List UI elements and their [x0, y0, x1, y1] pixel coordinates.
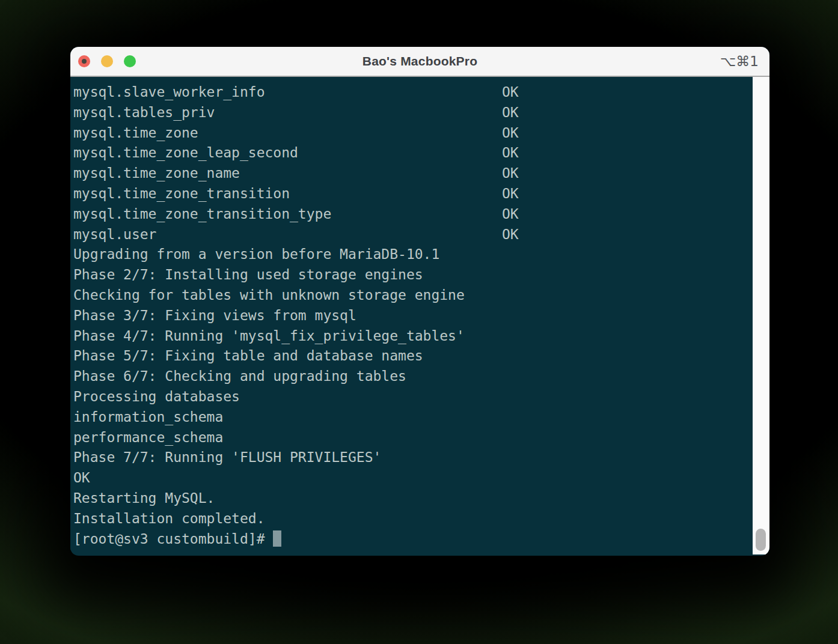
terminal-line: mysql.slave_worker_infoOK	[73, 82, 753, 103]
close-button[interactable]	[78, 55, 90, 67]
terminal-line-text: mysql.tables_priv	[73, 103, 502, 123]
terminal-line-text: OK	[73, 470, 90, 485]
status-ok: OK	[502, 84, 519, 100]
terminal-line: Phase 4/7: Running 'mysql_fix_privilege_…	[73, 326, 753, 347]
status-ok: OK	[502, 125, 519, 141]
terminal-line: mysql.time_zone_transition_typeOK	[73, 204, 753, 225]
terminal-line-text: performance_schema	[73, 430, 223, 445]
terminal-line: Phase 2/7: Installing used storage engin…	[73, 265, 753, 285]
terminal-line: mysql.userOK	[73, 225, 753, 245]
terminal-line: Processing databases	[73, 387, 753, 407]
terminal-line: Phase 7/7: Running 'FLUSH PRIVILEGES'	[73, 448, 753, 468]
close-dot-icon	[82, 59, 87, 64]
status-ok: OK	[502, 226, 519, 242]
terminal-cursor	[273, 530, 281, 547]
terminal-line: Upgrading from a version before MariaDB-…	[73, 245, 753, 265]
terminal-line: Phase 6/7: Checking and upgrading tables	[73, 366, 753, 387]
terminal-line: mysql.time_zone_nameOK	[73, 163, 753, 184]
terminal-line: information_schema	[73, 407, 753, 428]
terminal-line: Phase 5/7: Fixing table and database nam…	[73, 346, 753, 366]
scrollbar-track[interactable]	[753, 77, 769, 554]
terminal-window: Bao's MacbookPro ⌥⌘1 mysql.slave_worker_…	[70, 47, 769, 556]
terminal-line-text: Upgrading from a version before MariaDB-…	[73, 246, 439, 262]
terminal-line-text: Installation completed.	[73, 511, 265, 526]
traffic-lights	[78, 47, 136, 76]
terminal-line-text: Phase 5/7: Fixing table and database nam…	[73, 348, 423, 363]
terminal-line-text: information_schema	[73, 409, 223, 425]
terminal-area: mysql.slave_worker_infoOKmysql.tables_pr…	[70, 77, 769, 554]
status-ok: OK	[502, 165, 519, 181]
terminal-line: Phase 3/7: Fixing views from mysql	[73, 306, 753, 326]
terminal-line-text: Phase 6/7: Checking and upgrading tables	[73, 368, 406, 384]
zoom-button[interactable]	[124, 55, 136, 67]
terminal-line: Installation completed.	[73, 509, 753, 529]
window-title: Bao's MacbookPro	[362, 54, 477, 68]
terminal-line-text: mysql.user	[73, 225, 502, 245]
terminal-line-text: Phase 7/7: Running 'FLUSH PRIVILEGES'	[73, 449, 381, 465]
status-ok: OK	[502, 186, 519, 201]
terminal-line: mysql.time_zoneOK	[73, 123, 753, 144]
shell-prompt-line: [root@sv3 custombuild]#	[73, 529, 753, 550]
terminal-line-text: mysql.time_zone_leap_second	[73, 143, 502, 163]
terminal-line-text: mysql.slave_worker_info	[73, 82, 502, 103]
terminal-line-text: mysql.time_zone_name	[73, 163, 502, 184]
minimize-button[interactable]	[101, 55, 113, 67]
terminal-line: mysql.tables_privOK	[73, 103, 753, 123]
terminal-line: performance_schema	[73, 428, 753, 448]
terminal-screen[interactable]: mysql.slave_worker_infoOKmysql.tables_pr…	[70, 77, 753, 554]
terminal-line-text: Processing databases	[73, 389, 240, 404]
terminal-line-text: mysql.time_zone_transition_type	[73, 204, 502, 225]
status-ok: OK	[502, 105, 519, 120]
terminal-line-text: Checking for tables with unknown storage…	[73, 287, 465, 303]
terminal-line: OK	[73, 468, 753, 488]
terminal-line-text: mysql.time_zone_transition	[73, 184, 502, 204]
window-titlebar[interactable]: Bao's MacbookPro ⌥⌘1	[70, 47, 769, 77]
terminal-line-text: Phase 3/7: Fixing views from mysql	[73, 308, 356, 323]
terminal-line: Checking for tables with unknown storage…	[73, 285, 753, 306]
terminal-line: mysql.time_zone_leap_secondOK	[73, 143, 753, 163]
terminal-line-text: Restarting MySQL.	[73, 490, 215, 506]
terminal-line-text: [root@sv3 custombuild]#	[73, 531, 273, 547]
terminal-line: mysql.time_zone_transitionOK	[73, 184, 753, 204]
terminal-line: Restarting MySQL.	[73, 488, 753, 509]
window-shortcut-badge: ⌥⌘1	[720, 53, 759, 69]
terminal-line-text: Phase 2/7: Installing used storage engin…	[73, 267, 423, 282]
terminal-line-text: Phase 4/7: Running 'mysql_fix_privilege_…	[73, 328, 465, 344]
scrollbar-thumb[interactable]	[756, 529, 766, 551]
terminal-line-text: mysql.time_zone	[73, 123, 502, 144]
status-ok: OK	[502, 206, 519, 222]
status-ok: OK	[502, 145, 519, 160]
